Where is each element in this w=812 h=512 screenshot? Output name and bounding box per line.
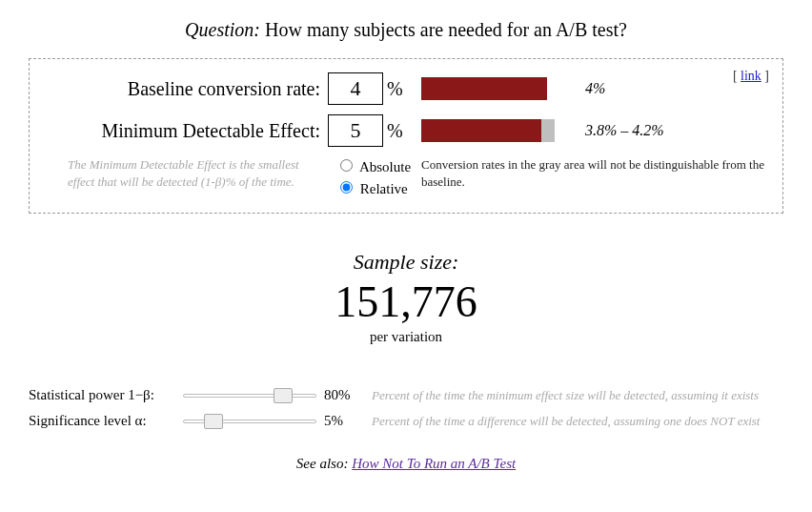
mde-note: The Minimum Detectable Effect is the sma…	[47, 156, 335, 191]
baseline-bar-area	[421, 77, 574, 100]
power-label: Statistical power 1−β:	[29, 387, 181, 403]
corner-link-container: [ link ]	[733, 69, 769, 84]
question-heading: Question: How many subjects are needed f…	[29, 19, 783, 41]
question-text: How many subjects are needed for an A/B …	[265, 19, 627, 40]
baseline-input[interactable]	[328, 72, 383, 105]
percent-sign: %	[387, 120, 412, 142]
power-slider[interactable]	[183, 393, 316, 399]
bracket-open: [	[733, 69, 741, 83]
radio-relative-label[interactable]: Relative	[335, 178, 416, 200]
mde-bar-label: 3.8% – 4.2%	[585, 122, 664, 139]
mde-input[interactable]	[328, 114, 383, 147]
sample-size-value: 151,776	[29, 276, 783, 327]
alpha-row: Significance level α: 5% Percent of the …	[29, 413, 783, 429]
power-slider-container	[181, 391, 324, 400]
permalink[interactable]: link	[741, 69, 761, 83]
mde-row: Minimum Detectable Effect: % 3.8% – 4.2%	[47, 114, 765, 147]
sliders-block: Statistical power 1−β: 80% Percent of th…	[29, 387, 783, 429]
alpha-slider-container	[181, 417, 324, 426]
radio-relative-text: Relative	[360, 181, 408, 196]
alpha-slider[interactable]	[183, 419, 316, 424]
power-row: Statistical power 1−β: 80% Percent of th…	[29, 387, 783, 403]
parameters-panel: [ link ] Baseline conversion rate: % 4% …	[29, 58, 783, 214]
mde-mode-radios: Absolute Relative	[335, 156, 416, 199]
see-also-prefix: See also:	[296, 456, 352, 471]
see-also: See also: How Not To Run an A/B Test	[29, 456, 783, 472]
baseline-bar-fill	[421, 77, 547, 100]
radio-absolute[interactable]	[340, 159, 353, 172]
sample-size-per: per variation	[29, 329, 783, 345]
mde-bar-gray	[541, 119, 555, 142]
radio-absolute-text: Absolute	[359, 159, 411, 174]
see-also-link[interactable]: How Not To Run an A/B Test	[352, 456, 516, 471]
baseline-label: Baseline conversion rate:	[47, 78, 328, 100]
result-block: Sample size: 151,776 per variation	[29, 250, 783, 345]
baseline-bar-track	[421, 77, 564, 100]
mde-bar-area	[421, 119, 574, 142]
baseline-bar-label: 4%	[585, 80, 605, 97]
bracket-close: ]	[761, 69, 769, 83]
power-value: 80%	[324, 387, 372, 403]
gray-area-note: Conversion rates in the gray area will n…	[416, 156, 765, 191]
percent-sign: %	[387, 78, 412, 100]
sample-size-label: Sample size:	[29, 250, 783, 275]
power-hint: Percent of the time the minimum effect s…	[372, 388, 783, 403]
alpha-hint: Percent of the time a difference will be…	[372, 414, 783, 429]
question-label: Question:	[185, 19, 260, 40]
mde-bar-fill	[421, 119, 541, 142]
radio-absolute-label[interactable]: Absolute	[335, 156, 416, 178]
sub-row: The Minimum Detectable Effect is the sma…	[47, 156, 765, 199]
mde-bar-track	[421, 119, 564, 142]
baseline-row: Baseline conversion rate: % 4%	[47, 72, 765, 105]
radio-relative[interactable]	[340, 181, 353, 194]
alpha-label: Significance level α:	[29, 413, 181, 429]
mde-label: Minimum Detectable Effect:	[47, 120, 328, 142]
alpha-value: 5%	[324, 413, 372, 429]
